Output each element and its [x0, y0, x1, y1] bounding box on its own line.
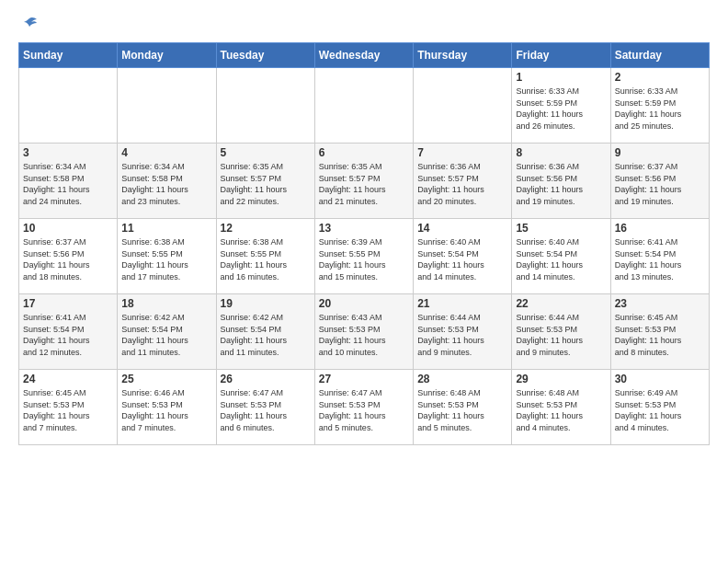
calendar-cell-1-6: 9Sunrise: 6:37 AMSunset: 5:56 PMDaylight…	[610, 144, 709, 219]
day-info: Sunrise: 6:40 AMSunset: 5:54 PMDaylight:…	[516, 236, 606, 282]
calendar-cell-4-6: 30Sunrise: 6:49 AMSunset: 5:53 PMDayligh…	[610, 370, 709, 445]
day-info: Sunrise: 6:49 AMSunset: 5:53 PMDaylight:…	[615, 387, 705, 433]
day-info: Sunrise: 6:41 AMSunset: 5:54 PMDaylight:…	[615, 236, 705, 282]
calendar-cell-3-2: 19Sunrise: 6:42 AMSunset: 5:54 PMDayligh…	[216, 294, 314, 370]
day-info: Sunrise: 6:33 AMSunset: 5:59 PMDaylight:…	[516, 86, 606, 132]
calendar-cell-2-3: 13Sunrise: 6:39 AMSunset: 5:55 PMDayligh…	[314, 219, 413, 294]
calendar-week-row-4: 24Sunrise: 6:45 AMSunset: 5:53 PMDayligh…	[19, 370, 710, 445]
day-info: Sunrise: 6:45 AMSunset: 5:53 PMDaylight:…	[23, 387, 113, 433]
calendar-week-row-0: 1Sunrise: 6:33 AMSunset: 5:59 PMDaylight…	[19, 68, 710, 144]
day-number: 6	[319, 146, 409, 159]
day-number: 17	[23, 297, 113, 310]
header	[18, 15, 710, 33]
day-info: Sunrise: 6:37 AMSunset: 5:56 PMDaylight:…	[615, 161, 705, 207]
day-info: Sunrise: 6:36 AMSunset: 5:57 PMDaylight:…	[417, 161, 507, 207]
day-info: Sunrise: 6:34 AMSunset: 5:58 PMDaylight:…	[23, 161, 113, 207]
calendar-cell-4-3: 27Sunrise: 6:47 AMSunset: 5:53 PMDayligh…	[314, 370, 413, 445]
day-number: 1	[516, 71, 606, 84]
day-info: Sunrise: 6:44 AMSunset: 5:53 PMDaylight:…	[516, 312, 606, 358]
calendar-header-row: Sunday Monday Tuesday Wednesday Thursday…	[19, 43, 710, 68]
day-number: 26	[221, 373, 311, 385]
day-number: 2	[615, 71, 705, 84]
day-number: 20	[319, 297, 409, 310]
day-number: 14	[417, 222, 507, 235]
calendar-cell-3-0: 17Sunrise: 6:41 AMSunset: 5:54 PMDayligh…	[19, 294, 118, 370]
day-number: 19	[221, 297, 311, 310]
day-info: Sunrise: 6:33 AMSunset: 5:59 PMDaylight:…	[615, 86, 705, 132]
day-info: Sunrise: 6:36 AMSunset: 5:56 PMDaylight:…	[516, 161, 606, 207]
logo-bird-icon	[20, 15, 39, 33]
day-info: Sunrise: 6:42 AMSunset: 5:54 PMDaylight:…	[121, 312, 211, 358]
calendar-cell-2-5: 15Sunrise: 6:40 AMSunset: 5:54 PMDayligh…	[512, 219, 610, 294]
day-number: 23	[615, 297, 705, 310]
day-number: 24	[23, 373, 113, 385]
day-number: 21	[417, 297, 507, 310]
day-info: Sunrise: 6:46 AMSunset: 5:53 PMDaylight:…	[121, 387, 211, 433]
header-thursday: Thursday	[414, 43, 512, 68]
day-info: Sunrise: 6:43 AMSunset: 5:53 PMDaylight:…	[319, 312, 409, 358]
day-number: 8	[516, 146, 606, 159]
header-tuesday: Tuesday	[216, 43, 314, 68]
calendar-cell-0-4	[414, 68, 512, 144]
day-info: Sunrise: 6:41 AMSunset: 5:54 PMDaylight:…	[23, 312, 113, 358]
day-info: Sunrise: 6:48 AMSunset: 5:53 PMDaylight:…	[516, 387, 606, 433]
day-info: Sunrise: 6:34 AMSunset: 5:58 PMDaylight:…	[121, 161, 211, 207]
day-number: 9	[615, 146, 705, 159]
page: Sunday Monday Tuesday Wednesday Thursday…	[0, 0, 728, 563]
header-friday: Friday	[512, 43, 610, 68]
day-number: 5	[221, 146, 311, 159]
day-number: 12	[221, 222, 311, 235]
calendar-cell-1-3: 6Sunrise: 6:35 AMSunset: 5:57 PMDaylight…	[314, 144, 413, 219]
header-saturday: Saturday	[610, 43, 709, 68]
day-info: Sunrise: 6:38 AMSunset: 5:55 PMDaylight:…	[221, 236, 311, 282]
calendar-cell-0-1	[118, 68, 216, 144]
day-info: Sunrise: 6:35 AMSunset: 5:57 PMDaylight:…	[221, 161, 311, 207]
calendar-cell-3-4: 21Sunrise: 6:44 AMSunset: 5:53 PMDayligh…	[414, 294, 512, 370]
calendar-cell-4-4: 28Sunrise: 6:48 AMSunset: 5:53 PMDayligh…	[414, 370, 512, 445]
calendar-cell-2-6: 16Sunrise: 6:41 AMSunset: 5:54 PMDayligh…	[610, 219, 709, 294]
header-wednesday: Wednesday	[314, 43, 413, 68]
calendar-cell-1-0: 3Sunrise: 6:34 AMSunset: 5:58 PMDaylight…	[19, 144, 118, 219]
calendar-cell-0-6: 2Sunrise: 6:33 AMSunset: 5:59 PMDaylight…	[610, 68, 709, 144]
day-number: 25	[121, 373, 211, 385]
calendar-table: Sunday Monday Tuesday Wednesday Thursday…	[18, 42, 710, 445]
day-number: 30	[615, 373, 705, 385]
day-number: 22	[516, 297, 606, 310]
logo	[18, 15, 39, 33]
day-info: Sunrise: 6:40 AMSunset: 5:54 PMDaylight:…	[417, 236, 507, 282]
day-number: 29	[516, 373, 606, 385]
day-info: Sunrise: 6:37 AMSunset: 5:56 PMDaylight:…	[23, 236, 113, 282]
calendar-cell-3-1: 18Sunrise: 6:42 AMSunset: 5:54 PMDayligh…	[118, 294, 216, 370]
calendar-cell-3-6: 23Sunrise: 6:45 AMSunset: 5:53 PMDayligh…	[610, 294, 709, 370]
day-info: Sunrise: 6:47 AMSunset: 5:53 PMDaylight:…	[221, 387, 311, 433]
calendar-cell-0-0	[19, 68, 118, 144]
calendar-cell-0-5: 1Sunrise: 6:33 AMSunset: 5:59 PMDaylight…	[512, 68, 610, 144]
calendar-week-row-1: 3Sunrise: 6:34 AMSunset: 5:58 PMDaylight…	[19, 144, 710, 219]
calendar-cell-4-2: 26Sunrise: 6:47 AMSunset: 5:53 PMDayligh…	[216, 370, 314, 445]
day-number: 27	[319, 373, 409, 385]
calendar-cell-1-1: 4Sunrise: 6:34 AMSunset: 5:58 PMDaylight…	[118, 144, 216, 219]
calendar-cell-3-5: 22Sunrise: 6:44 AMSunset: 5:53 PMDayligh…	[512, 294, 610, 370]
calendar-cell-2-2: 12Sunrise: 6:38 AMSunset: 5:55 PMDayligh…	[216, 219, 314, 294]
calendar-cell-4-1: 25Sunrise: 6:46 AMSunset: 5:53 PMDayligh…	[118, 370, 216, 445]
calendar-body: 1Sunrise: 6:33 AMSunset: 5:59 PMDaylight…	[19, 68, 710, 445]
calendar-cell-0-3	[314, 68, 413, 144]
day-number: 28	[417, 373, 507, 385]
day-number: 16	[615, 222, 705, 235]
day-number: 4	[121, 146, 211, 159]
calendar-cell-4-5: 29Sunrise: 6:48 AMSunset: 5:53 PMDayligh…	[512, 370, 610, 445]
calendar-week-row-3: 17Sunrise: 6:41 AMSunset: 5:54 PMDayligh…	[19, 294, 710, 370]
calendar-cell-1-5: 8Sunrise: 6:36 AMSunset: 5:56 PMDaylight…	[512, 144, 610, 219]
calendar-cell-1-2: 5Sunrise: 6:35 AMSunset: 5:57 PMDaylight…	[216, 144, 314, 219]
calendar-week-row-2: 10Sunrise: 6:37 AMSunset: 5:56 PMDayligh…	[19, 219, 710, 294]
day-info: Sunrise: 6:38 AMSunset: 5:55 PMDaylight:…	[121, 236, 211, 282]
header-monday: Monday	[118, 43, 216, 68]
day-number: 3	[23, 146, 113, 159]
day-info: Sunrise: 6:44 AMSunset: 5:53 PMDaylight:…	[417, 312, 507, 358]
day-number: 11	[121, 222, 211, 235]
day-number: 13	[319, 222, 409, 235]
day-number: 7	[417, 146, 507, 159]
calendar-cell-2-4: 14Sunrise: 6:40 AMSunset: 5:54 PMDayligh…	[414, 219, 512, 294]
calendar-cell-2-0: 10Sunrise: 6:37 AMSunset: 5:56 PMDayligh…	[19, 219, 118, 294]
day-info: Sunrise: 6:42 AMSunset: 5:54 PMDaylight:…	[221, 312, 311, 358]
